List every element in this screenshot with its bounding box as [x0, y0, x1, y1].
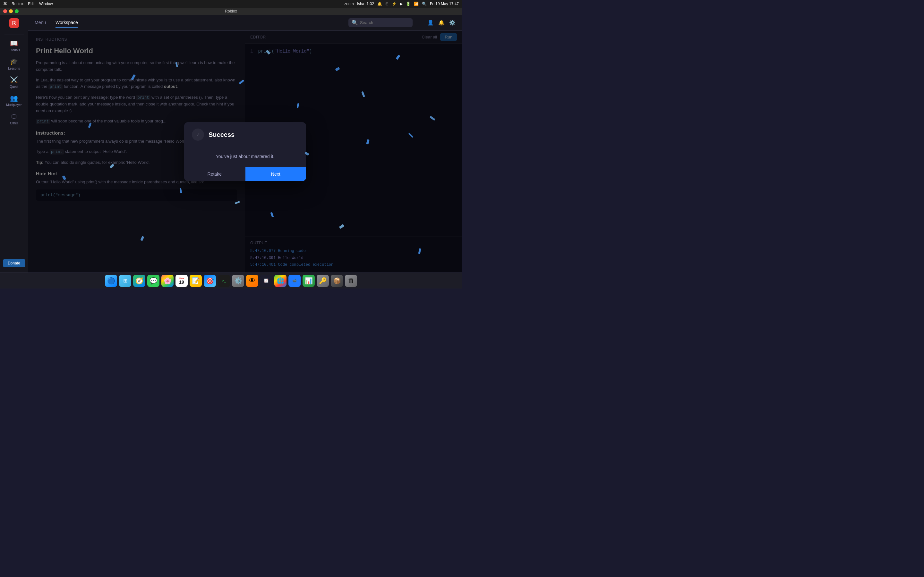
confetti-piece: [180, 188, 182, 193]
modal-footer: Retake Next: [184, 167, 306, 181]
confetti-piece: [408, 133, 413, 138]
tab-workspace[interactable]: Workspace: [55, 18, 78, 27]
confetti-piece: [430, 116, 435, 121]
top-nav: Menu Workspace 🔍 👤 🔔 ⚙️: [28, 15, 462, 31]
confetti-piece: [140, 236, 144, 241]
menubar-zoom[interactable]: zoom: [344, 2, 354, 6]
maximize-button[interactable]: [15, 9, 19, 13]
quest-label: Quest: [10, 85, 18, 89]
lessons-label: Lessons: [8, 67, 20, 70]
sidebar-divider-top: [5, 35, 24, 35]
confetti-piece: [366, 139, 370, 145]
confetti-piece: [234, 201, 240, 204]
app-container: R 📖 Tutorials 🎓 Lessons ⚔️ Quest 👥 Multi…: [0, 15, 462, 272]
confetti-piece: [361, 91, 365, 97]
confetti-piece: [239, 79, 244, 85]
modal-overlay[interactable]: ✓ Success You've just about mastered it.…: [28, 31, 462, 272]
menu-edit[interactable]: Edit: [28, 2, 35, 6]
menubar-control[interactable]: ⊞: [385, 2, 389, 6]
content-area: Instructions Print Hello World Programmi…: [28, 31, 462, 272]
nav-icons: 👤 🔔 ⚙️: [427, 19, 456, 26]
confetti-piece: [297, 103, 299, 109]
multiplayer-icon: 👥: [10, 94, 18, 102]
user-icon[interactable]: 👤: [427, 19, 434, 26]
confetti-piece: [131, 74, 136, 80]
window-chrome: Roblox: [0, 8, 462, 15]
sidebar-item-other[interactable]: ⬡ Other: [2, 110, 26, 127]
dock: 🔵 ⊞ 🧭 💬 🌸 MAY 19 📝 🎯 >_ ⚙️ 👁 📈 🌐 📹 📊 🔑 📦…: [0, 272, 462, 288]
dock-item-zoom[interactable]: 📹: [288, 275, 300, 287]
dock-item-numbers[interactable]: 📊: [302, 275, 315, 287]
dock-item-photos[interactable]: 🌸: [162, 275, 174, 287]
menubar-bluetooth[interactable]: ⚡: [392, 2, 397, 6]
sidebar-item-tutorials[interactable]: 📖 Tutorials: [2, 37, 26, 55]
modal-title: Success: [208, 131, 234, 139]
app-logo: R: [8, 17, 20, 29]
minimize-button[interactable]: [9, 9, 13, 13]
sidebar-item-multiplayer[interactable]: 👥 Multiplayer: [2, 92, 26, 109]
dock-item-activity[interactable]: 📈: [260, 275, 272, 287]
dock-item-launchpad[interactable]: ⊞: [119, 275, 131, 287]
sidebar-item-quest[interactable]: ⚔️ Quest: [2, 73, 26, 91]
next-button[interactable]: Next: [246, 167, 306, 181]
confetti-piece: [88, 122, 92, 128]
window-title: Roblox: [225, 9, 237, 13]
dock-item-chrome[interactable]: 🌐: [274, 275, 286, 287]
settings-icon[interactable]: ⚙️: [449, 19, 456, 26]
search-icon: 🔍: [352, 19, 358, 26]
dock-item-trash[interactable]: 🗑: [345, 275, 357, 287]
sidebar-bottom: Donate: [0, 259, 28, 270]
quest-icon: ⚔️: [10, 76, 18, 84]
dock-item-finder[interactable]: 🔵: [105, 275, 117, 287]
modal-header: ✓ Success: [184, 122, 306, 146]
apple-menu[interactable]: ⌘: [3, 2, 7, 6]
search-bar[interactable]: 🔍: [349, 18, 413, 27]
menubar-left: ⌘ Roblox Edit Window: [3, 2, 53, 6]
dock-item-keychain[interactable]: 🔑: [317, 275, 329, 287]
confetti-piece: [110, 163, 115, 169]
dock-item-notes[interactable]: 📝: [190, 275, 202, 287]
modal-body: You've just about mastered it.: [184, 146, 306, 167]
dock-item-preview[interactable]: 👁: [246, 275, 258, 287]
confetti-piece: [266, 50, 270, 55]
menubar-wifi[interactable]: 📶: [414, 2, 419, 6]
menubar-right: zoom Isha -1:02 🔔 ⊞ ⚡ ▶ 🔋 📶 🔍 Fri 19 May…: [344, 2, 459, 6]
dock-item-terminal[interactable]: >_: [218, 275, 230, 287]
roblox-logo-icon: R: [9, 18, 19, 28]
menubar-user: Isha -1:02: [357, 2, 374, 6]
retake-button[interactable]: Retake: [184, 167, 246, 181]
close-button[interactable]: [3, 9, 7, 13]
menu-window[interactable]: Window: [39, 2, 53, 6]
dock-item-safari[interactable]: 🧭: [133, 275, 145, 287]
main-area: Menu Workspace 🔍 👤 🔔 ⚙️ Instructions Pri…: [28, 15, 462, 272]
confetti-piece: [270, 212, 274, 218]
success-modal: ✓ Success You've just about mastered it.…: [184, 122, 306, 181]
menubar-search[interactable]: 🔍: [422, 2, 427, 6]
menubar-time: Fri 19 May 17.47: [430, 2, 459, 6]
confetti-piece: [396, 55, 401, 60]
dock-item-messages[interactable]: 💬: [147, 275, 160, 287]
confetti-piece: [418, 248, 421, 254]
menubar-play[interactable]: ▶: [400, 2, 403, 6]
dock-item-syspref[interactable]: ⚙️: [232, 275, 244, 287]
dock-item-unknown[interactable]: 📦: [331, 275, 343, 287]
lessons-icon: 🎓: [10, 58, 18, 65]
tab-menu[interactable]: Menu: [35, 18, 46, 27]
app-name: Roblox: [11, 2, 23, 6]
confetti-piece: [175, 62, 178, 67]
other-icon: ⬡: [11, 113, 17, 120]
success-check-icon: ✓: [192, 129, 204, 141]
dock-item-keynote[interactable]: 🎯: [204, 275, 216, 287]
search-input[interactable]: [360, 20, 409, 25]
confetti-piece: [335, 67, 340, 71]
other-label: Other: [10, 121, 18, 125]
menubar-notif[interactable]: 🔔: [377, 2, 382, 6]
menubar: ⌘ Roblox Edit Window zoom Isha -1:02 🔔 ⊞…: [0, 0, 462, 8]
notifications-icon[interactable]: 🔔: [438, 19, 445, 26]
donate-button[interactable]: Donate: [3, 259, 25, 268]
modal-message: You've just about mastered it.: [192, 154, 298, 159]
tutorials-icon: 📖: [10, 39, 18, 47]
sidebar-item-lessons[interactable]: 🎓 Lessons: [2, 55, 26, 73]
dock-item-calendar[interactable]: MAY 19: [176, 275, 188, 287]
traffic-lights: [3, 9, 19, 13]
